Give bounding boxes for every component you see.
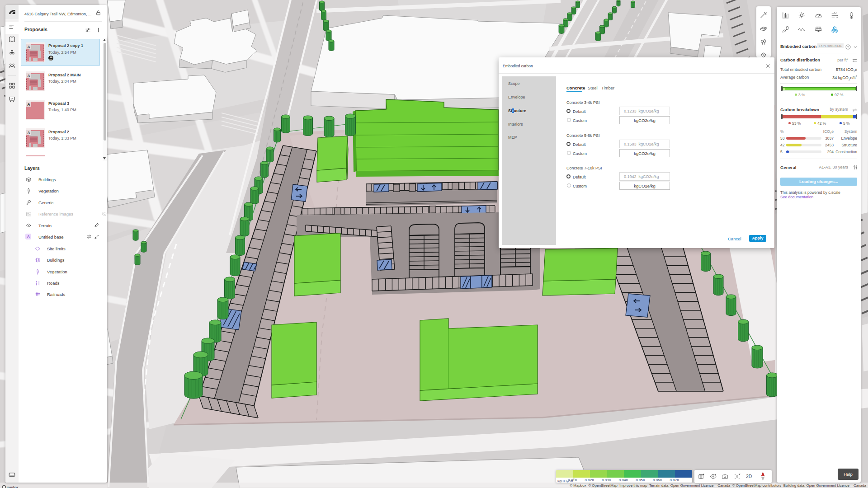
svg-text:mapbox: mapbox (7, 486, 19, 488)
svg-text:A: A (27, 131, 30, 135)
svg-text:A: A (27, 74, 30, 78)
svg-text:A: A (27, 45, 30, 49)
svg-text:A: A (27, 102, 30, 107)
svg-text:m: m (3, 486, 5, 488)
